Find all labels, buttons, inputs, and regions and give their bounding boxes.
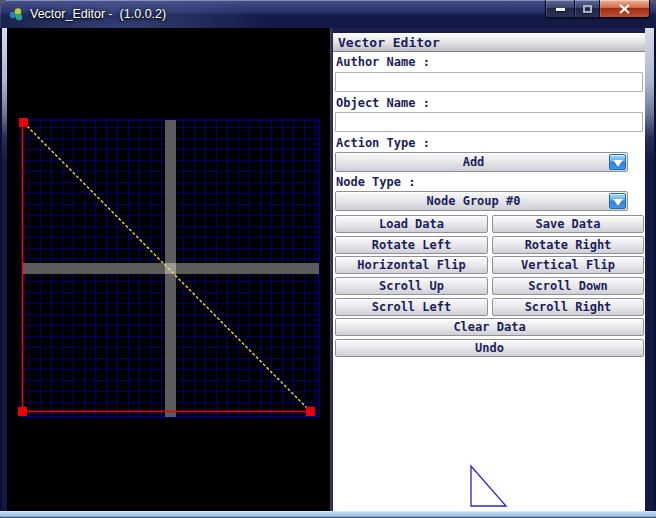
maximize-icon — [583, 5, 592, 13]
node-type-label: Node Type : — [336, 175, 415, 190]
node-marker-bottom-left — [18, 407, 27, 416]
chevron-down-icon — [613, 160, 623, 167]
undo-button[interactable]: Undo — [335, 339, 644, 357]
object-name-input[interactable] — [335, 112, 643, 132]
window-border-bottom — [0, 511, 656, 518]
maximize-button[interactable] — [575, 0, 600, 17]
rotate-right-button[interactable]: Rotate Right — [492, 236, 644, 254]
action-type-value: Add — [336, 153, 611, 171]
rotate-left-button[interactable]: Rotate Left — [335, 236, 488, 254]
node-marker-top-left — [19, 118, 28, 127]
app-window: Vector_Editor - (1.0.0.2) — [0, 0, 656, 518]
minimize-icon — [556, 8, 565, 11]
control-panel: Vector Editor Author Name : Object Name … — [333, 28, 645, 511]
close-button[interactable] — [600, 0, 649, 17]
author-name-label: Author Name : — [336, 55, 430, 70]
app-icon — [9, 7, 24, 22]
scroll-right-button[interactable]: Scroll Right — [492, 298, 644, 316]
window-title: Vector_Editor - (1.0.0.2) — [30, 0, 166, 28]
scroll-left-button[interactable]: Scroll Left — [335, 298, 488, 316]
node-marker-bottom-right — [306, 407, 315, 416]
vector-canvas[interactable] — [7, 28, 330, 511]
author-name-input[interactable] — [335, 72, 643, 92]
vertical-flip-button[interactable]: Vertical Flip — [492, 256, 644, 274]
title-bar[interactable]: Vector_Editor - (1.0.0.2) — [0, 0, 656, 28]
window-border-left — [0, 28, 7, 511]
object-name-label: Object Name : — [336, 96, 430, 111]
node-type-value: Node Group #0 — [336, 192, 611, 210]
node-type-dropdown[interactable]: Node Group #0 — [335, 191, 628, 211]
action-type-dropdown[interactable]: Add — [335, 152, 628, 172]
node-type-dropdown-button[interactable] — [609, 193, 626, 209]
scroll-up-button[interactable]: Scroll Up — [335, 277, 488, 295]
save-data-button[interactable]: Save Data — [492, 215, 644, 233]
panel-title: Vector Editor — [333, 33, 645, 52]
canvas-graphics — [7, 28, 330, 511]
scroll-down-button[interactable]: Scroll Down — [492, 277, 644, 295]
horizontal-flip-button[interactable]: Horizontal Flip — [335, 256, 488, 274]
action-type-label: Action Type : — [336, 136, 430, 151]
action-type-dropdown-button[interactable] — [609, 154, 626, 170]
close-icon — [619, 4, 630, 14]
triangle-shape — [470, 464, 509, 509]
caption-buttons — [545, 0, 650, 18]
minimize-button[interactable] — [546, 0, 575, 17]
window-border-right — [645, 28, 656, 511]
load-data-button[interactable]: Load Data — [335, 215, 488, 233]
chevron-down-icon — [613, 199, 623, 206]
clear-data-button[interactable]: Clear Data — [335, 318, 644, 336]
